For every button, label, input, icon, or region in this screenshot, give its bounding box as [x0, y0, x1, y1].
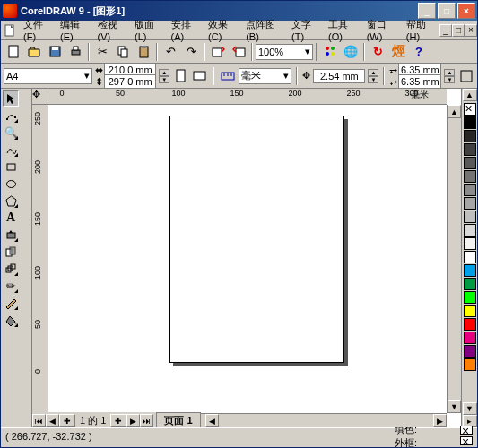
shape-tool[interactable] [3, 108, 19, 124]
whats-this-button[interactable]: ? [409, 42, 429, 62]
last-page-button[interactable]: ⏭ [140, 414, 153, 427]
add-page-button[interactable]: ✚ [59, 414, 75, 427]
color-swatch[interactable] [464, 332, 476, 344]
portrait-button[interactable] [172, 66, 189, 86]
next-page-button[interactable]: ▶ [126, 414, 140, 427]
import-button[interactable] [208, 42, 228, 62]
scroll-right-button[interactable]: ▶ [433, 414, 447, 427]
spin-down[interactable]: ▼ [368, 76, 378, 83]
color-swatch[interactable] [464, 278, 476, 290]
color-swatch[interactable] [464, 143, 476, 156]
first-page-button[interactable]: ⏮ [32, 414, 46, 427]
text-tool[interactable]: A [3, 210, 19, 226]
color-swatch[interactable] [464, 264, 476, 277]
ruler-origin[interactable]: ✥ [32, 89, 48, 105]
snap-options-button[interactable] [457, 66, 474, 86]
menu-file[interactable]: 文件(F) [19, 16, 56, 44]
doc-maximize-button[interactable]: □ [452, 24, 465, 37]
copy-button[interactable] [113, 42, 133, 62]
doc-minimize-button[interactable]: _ [439, 24, 452, 37]
color-swatch[interactable] [464, 291, 476, 304]
menu-window[interactable]: 窗口(W) [362, 16, 402, 44]
spin-down[interactable]: ▼ [159, 76, 169, 83]
add-page-after-button[interactable]: ✚ [110, 414, 126, 427]
interactive-fill-tool[interactable] [3, 227, 19, 243]
color-swatch[interactable] [464, 130, 476, 142]
spin-up[interactable]: ▲ [159, 69, 169, 76]
pick-tool[interactable] [3, 90, 19, 107]
no-fill-swatch[interactable] [464, 103, 476, 116]
color-swatch[interactable] [464, 305, 476, 317]
new-button[interactable] [4, 42, 23, 62]
interactive-transparency-tool[interactable] [3, 244, 19, 260]
ruler-horizontal[interactable]: 0 50 100 150 200 250 300 毫米 [48, 89, 447, 105]
nudge-input[interactable] [313, 69, 365, 83]
color-swatch[interactable] [464, 157, 476, 169]
fill-tool[interactable] [3, 312, 19, 328]
menu-bitmap[interactable]: 点阵图(B) [241, 16, 287, 44]
menu-edit[interactable]: 编辑(E) [56, 16, 93, 44]
ruler-vertical[interactable]: 0 50 100 150 200 250 [32, 105, 48, 413]
page-tab[interactable]: 页面 1 [156, 412, 200, 427]
menu-tools[interactable]: 工具(O) [324, 16, 362, 44]
close-button[interactable]: × [457, 3, 475, 19]
maximize-button[interactable]: □ [438, 3, 456, 19]
color-swatch[interactable] [464, 318, 476, 331]
spin-up[interactable]: ▲ [368, 69, 378, 76]
spin-down[interactable]: ▼ [444, 76, 455, 83]
cut-button[interactable]: ✂ [92, 42, 112, 62]
scrollbar-vertical[interactable]: ▲ ▼ [447, 105, 461, 413]
menu-effects[interactable]: 效果(C) [204, 16, 241, 44]
app-launcher-button[interactable] [320, 42, 340, 62]
export-button[interactable] [229, 42, 248, 62]
scroll-down-button[interactable]: ▼ [448, 400, 461, 413]
color-swatch[interactable] [464, 345, 476, 358]
page-height-input[interactable] [104, 74, 156, 89]
palette-scroll-down[interactable]: ▼ [463, 402, 477, 415]
color-swatch[interactable] [464, 251, 476, 263]
rectangle-tool[interactable] [3, 159, 19, 175]
prev-page-button[interactable]: ◀ [46, 414, 59, 427]
color-swatch[interactable] [464, 116, 476, 129]
color-swatch[interactable] [464, 170, 476, 183]
polygon-tool[interactable] [3, 193, 19, 209]
menu-help[interactable]: 帮助(H) [402, 16, 439, 44]
scroll-up-button[interactable]: ▲ [448, 105, 461, 118]
save-button[interactable] [45, 42, 65, 62]
zoom-select[interactable]: 100%▾ [256, 44, 313, 60]
refresh-button[interactable]: ↻ [368, 42, 387, 62]
interactive-blend-tool[interactable] [3, 261, 19, 277]
scroll-left-button[interactable]: ◀ [205, 414, 219, 427]
color-swatch[interactable] [464, 184, 476, 196]
menu-layout[interactable]: 版面(L) [130, 16, 166, 44]
doc-close-button[interactable]: × [465, 24, 477, 37]
dup-y-input[interactable] [398, 74, 441, 89]
landscape-button[interactable] [192, 66, 209, 86]
undo-button[interactable]: ↶ [161, 42, 180, 62]
workspace[interactable] [48, 105, 447, 413]
outline-indicator[interactable] [460, 436, 473, 445]
corel-online-button[interactable]: 🌐 [341, 42, 361, 62]
zoom-tool[interactable]: 🔍 [3, 125, 19, 141]
wizard-button[interactable]: 烴 [388, 42, 408, 62]
paste-button[interactable] [134, 42, 153, 62]
menu-arrange[interactable]: 安排(A) [167, 16, 204, 44]
menu-view[interactable]: 检视(V) [93, 16, 131, 44]
color-swatch[interactable] [464, 237, 476, 250]
spin-up[interactable]: ▲ [444, 69, 455, 76]
color-swatch[interactable] [464, 358, 476, 371]
outline-tool[interactable] [3, 295, 19, 311]
redo-button[interactable]: ↷ [181, 42, 201, 62]
open-button[interactable] [24, 42, 44, 62]
eyedropper-tool[interactable]: ✏ [3, 278, 19, 294]
ellipse-tool[interactable] [3, 176, 19, 192]
freehand-tool[interactable] [3, 142, 19, 158]
paper-size-select[interactable]: A4▾ [4, 68, 92, 84]
unit-select[interactable]: 毫米▾ [239, 68, 291, 84]
palette-scroll-up[interactable]: ▲ [463, 89, 477, 101]
color-swatch[interactable] [464, 211, 476, 223]
fill-indicator[interactable] [460, 426, 473, 435]
print-button[interactable] [65, 42, 85, 62]
color-swatch[interactable] [464, 224, 476, 237]
color-swatch[interactable] [464, 197, 476, 210]
